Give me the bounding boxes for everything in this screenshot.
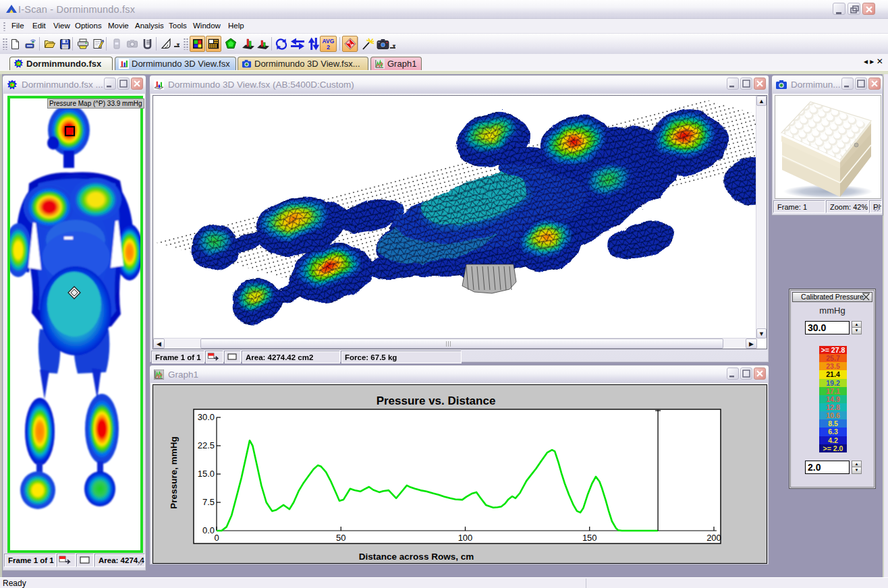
svg-text:15.0: 15.0 bbox=[198, 469, 215, 479]
svg-text:7.5: 7.5 bbox=[202, 497, 215, 507]
svg-text:100: 100 bbox=[458, 533, 473, 543]
svg-text:Distance across Rows, cm: Distance across Rows, cm bbox=[359, 552, 474, 562]
svg-text:30.0: 30.0 bbox=[198, 412, 215, 422]
svg-text:Pressure, mmHg: Pressure, mmHg bbox=[169, 436, 179, 508]
svg-text:150: 150 bbox=[582, 533, 597, 543]
svg-text:Pressure vs. Distance: Pressure vs. Distance bbox=[377, 394, 496, 407]
svg-text:0: 0 bbox=[214, 533, 219, 543]
svg-text:200: 200 bbox=[706, 533, 721, 543]
svg-text:0.0: 0.0 bbox=[202, 525, 215, 535]
svg-text:22.5: 22.5 bbox=[198, 440, 215, 450]
svg-text:50: 50 bbox=[336, 533, 345, 543]
svg-text:2: 2 bbox=[327, 44, 330, 51]
